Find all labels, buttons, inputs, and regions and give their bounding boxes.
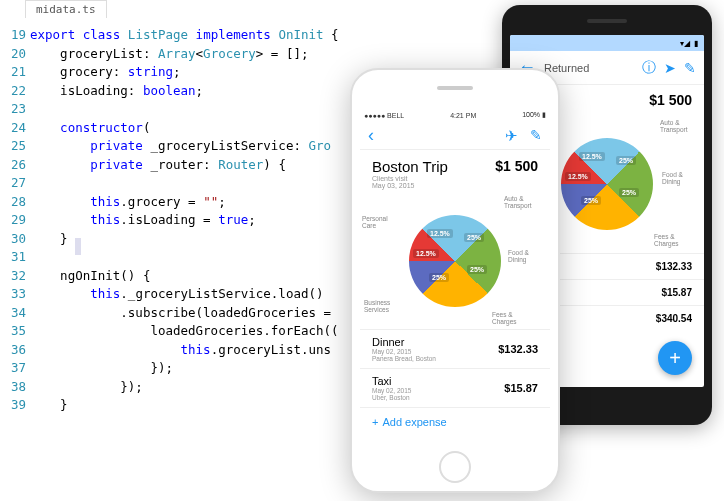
item-amount: $340.54 — [656, 313, 692, 324]
line-content: groceryList: Array<Grocery> = []; — [30, 45, 360, 64]
code-line[interactable]: 34 .subscribe(loadedGroceries = — [0, 304, 360, 323]
item-name: Taxi — [372, 375, 411, 387]
code-editor[interactable]: midata.ts 19export class ListPage implem… — [0, 0, 360, 501]
line-number: 20 — [0, 45, 30, 64]
editor-body[interactable]: 19export class ListPage implements OnIni… — [0, 8, 360, 415]
trip-title: Boston Trip — [372, 158, 448, 175]
line-number: 31 — [0, 248, 30, 267]
item-date: May 02, 2015 — [372, 348, 436, 355]
carrier-label: ●●●●● BELL — [364, 112, 404, 119]
line-number: 38 — [0, 378, 30, 397]
code-line[interactable]: 21 grocery: string; — [0, 63, 360, 82]
item-amount: $132.33 — [656, 261, 692, 272]
line-content: this._groceryListService.load() — [30, 285, 360, 304]
legend-food: Food &Dining — [662, 171, 700, 185]
editor-tab[interactable]: midata.ts — [25, 0, 107, 18]
code-line[interactable]: 24 constructor( — [0, 119, 360, 138]
line-content: grocery: string; — [30, 63, 360, 82]
line-number: 29 — [0, 211, 30, 230]
line-content: isLoading: boolean; — [30, 82, 360, 101]
slice-label: 12.5% — [413, 249, 439, 258]
pie-chart — [542, 119, 672, 249]
line-content: loadedGroceries.forEach(( — [30, 322, 360, 341]
line-number: 26 — [0, 156, 30, 175]
slice-label: 25% — [619, 188, 639, 197]
code-line[interactable]: 36 this.groceryList.uns — [0, 341, 360, 360]
line-number: 34 — [0, 304, 30, 323]
item-name: Dinner — [372, 336, 436, 348]
line-number: 37 — [0, 359, 30, 378]
legend-personal: PersonalCare — [362, 215, 400, 229]
code-line[interactable]: 25 private _groceryListService: Gro — [0, 137, 360, 156]
line-number: 36 — [0, 341, 30, 360]
line-content: .subscribe(loadedGroceries = — [30, 304, 360, 323]
iphone-header: Boston Trip Clients visit May 03, 2015 $… — [360, 150, 550, 193]
legend-food: Food &Dining — [508, 249, 546, 263]
home-button[interactable] — [439, 451, 471, 483]
legend-fees: Fees &Charges — [492, 311, 530, 325]
code-line[interactable]: 27 — [0, 174, 360, 193]
code-line[interactable]: 31 — [0, 248, 360, 267]
trip-subtitle: Clients visit — [372, 175, 448, 182]
line-content: constructor( — [30, 119, 360, 138]
pie-chart — [390, 196, 520, 326]
send-icon[interactable]: ➤ — [664, 60, 676, 76]
line-number: 39 — [0, 396, 30, 415]
slice-label: 25% — [581, 196, 601, 205]
iphone-screen: ●●●●● BELL 4:21 PM 100% ▮ ‹ ✈ ✎ Boston T… — [360, 108, 550, 443]
line-number: 22 — [0, 82, 30, 101]
code-line[interactable]: 32 ngOnInit() { — [0, 267, 360, 286]
code-line[interactable]: 23 — [0, 100, 360, 119]
item-place: Uber, Boston — [372, 394, 411, 401]
code-line[interactable]: 38 }); — [0, 378, 360, 397]
iphone-speaker — [437, 86, 473, 90]
edit-icon[interactable]: ✎ — [530, 127, 542, 145]
line-content: }); — [30, 378, 360, 397]
code-line[interactable]: 22 isLoading: boolean; — [0, 82, 360, 101]
android-status-bar: ▾◢ ▮ — [510, 35, 704, 51]
legend-business: BusinessServices — [364, 299, 402, 313]
legend-auto: Auto &Transport — [504, 195, 542, 209]
slice-label: 25% — [467, 265, 487, 274]
line-number: 25 — [0, 137, 30, 156]
list-item[interactable]: Taxi May 02, 2015 Uber, Boston $15.87 — [360, 368, 550, 407]
iphone-pie-chart[interactable]: 25% 25% 25% 12.5% 12.5% Auto &Transport … — [360, 193, 550, 329]
code-line[interactable]: 33 this._groceryListService.load() — [0, 285, 360, 304]
slice-label: 12.5% — [579, 152, 605, 161]
list-item[interactable]: Dinner May 02, 2015 Panera Bread, Boston… — [360, 329, 550, 368]
line-content: this.isLoading = true; — [30, 211, 360, 230]
slice-label: 25% — [464, 233, 484, 242]
line-content: this.groceryList.uns — [30, 341, 360, 360]
add-expense-button[interactable]: +Add expense — [360, 407, 550, 436]
line-number: 24 — [0, 119, 30, 138]
code-line[interactable]: 37 }); — [0, 359, 360, 378]
back-icon[interactable]: ‹ — [368, 125, 374, 146]
code-line[interactable]: 19export class ListPage implements OnIni… — [0, 26, 360, 45]
line-number: 32 — [0, 267, 30, 286]
fab-add-button[interactable]: + — [658, 341, 692, 375]
code-line[interactable]: 35 loadedGroceries.forEach(( — [0, 322, 360, 341]
plus-icon: + — [372, 416, 378, 428]
line-content: private _groceryListService: Gro — [30, 137, 360, 156]
code-line[interactable]: 28 this.grocery = ""; — [0, 193, 360, 212]
line-content: export class ListPage implements OnInit … — [30, 26, 360, 45]
edit-icon[interactable]: ✎ — [684, 60, 696, 76]
code-line[interactable]: 29 this.isLoading = true; — [0, 211, 360, 230]
line-content: } — [30, 396, 360, 415]
code-line[interactable]: 20 groceryList: Array<Grocery> = []; — [0, 45, 360, 64]
line-number: 27 — [0, 174, 30, 193]
iphone-expense-list: Dinner May 02, 2015 Panera Bread, Boston… — [360, 329, 550, 407]
code-line[interactable]: 26 private _router: Router) { — [0, 156, 360, 175]
info-icon[interactable]: ⓘ — [642, 59, 656, 77]
line-content: }); — [30, 359, 360, 378]
line-number: 30 — [0, 230, 30, 249]
legend-fees: Fees &Charges — [654, 233, 692, 247]
code-line[interactable]: 30 } — [0, 230, 360, 249]
line-number: 21 — [0, 63, 30, 82]
slice-label: 12.5% — [427, 229, 453, 238]
send-icon[interactable]: ✈ — [505, 127, 518, 145]
trip-total: $1 500 — [649, 92, 692, 108]
line-number: 19 — [0, 26, 30, 45]
line-number: 23 — [0, 100, 30, 119]
code-line[interactable]: 39 } — [0, 396, 360, 415]
